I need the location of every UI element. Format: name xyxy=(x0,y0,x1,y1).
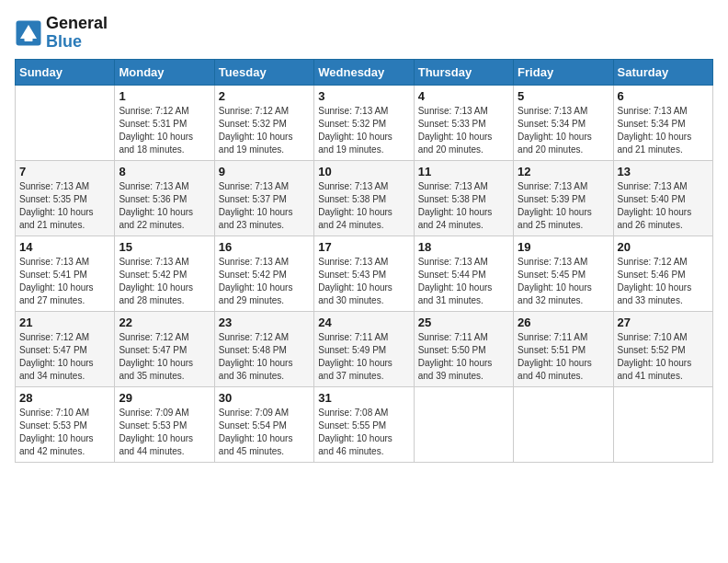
day-info: Sunrise: 7:13 AMSunset: 5:42 PMDaylight:… xyxy=(119,256,210,307)
day-number: 21 xyxy=(19,316,110,329)
calendar-cell: 16Sunrise: 7:13 AMSunset: 5:42 PMDayligh… xyxy=(214,236,313,311)
calendar-cell: 26Sunrise: 7:11 AMSunset: 5:51 PMDayligh… xyxy=(514,311,613,386)
calendar-cell: 14Sunrise: 7:13 AMSunset: 5:41 PMDayligh… xyxy=(16,236,115,311)
day-info: Sunrise: 7:12 AMSunset: 5:31 PMDaylight:… xyxy=(119,105,210,156)
day-number: 13 xyxy=(618,165,709,178)
day-number: 24 xyxy=(318,316,409,329)
calendar-week-row: 7Sunrise: 7:13 AMSunset: 5:35 PMDaylight… xyxy=(16,160,713,236)
day-info: Sunrise: 7:13 AMSunset: 5:43 PMDaylight:… xyxy=(318,256,409,307)
day-info: Sunrise: 7:13 AMSunset: 5:39 PMDaylight:… xyxy=(518,180,609,232)
calendar-cell: 18Sunrise: 7:13 AMSunset: 5:44 PMDayligh… xyxy=(414,236,513,311)
logo-icon xyxy=(15,19,42,47)
day-number: 14 xyxy=(19,240,110,254)
day-info: Sunrise: 7:13 AMSunset: 5:40 PMDaylight:… xyxy=(618,180,709,232)
calendar-body: 1Sunrise: 7:12 AMSunset: 5:31 PMDaylight… xyxy=(16,85,713,462)
day-info: Sunrise: 7:13 AMSunset: 5:38 PMDaylight:… xyxy=(318,180,409,232)
calendar-cell: 15Sunrise: 7:13 AMSunset: 5:42 PMDayligh… xyxy=(115,236,214,311)
calendar-cell xyxy=(16,85,115,160)
day-number: 22 xyxy=(119,316,210,329)
calendar-cell: 24Sunrise: 7:11 AMSunset: 5:49 PMDayligh… xyxy=(314,311,414,386)
calendar-cell: 20Sunrise: 7:12 AMSunset: 5:46 PMDayligh… xyxy=(613,236,712,311)
calendar-week-row: 21Sunrise: 7:12 AMSunset: 5:47 PMDayligh… xyxy=(16,311,713,386)
day-info: Sunrise: 7:11 AMSunset: 5:51 PMDaylight:… xyxy=(518,331,609,383)
day-info: Sunrise: 7:09 AMSunset: 5:54 PMDaylight:… xyxy=(219,407,310,458)
day-number: 7 xyxy=(19,165,110,178)
column-header-wednesday: Wednesday xyxy=(314,59,414,85)
day-info: Sunrise: 7:13 AMSunset: 5:42 PMDaylight:… xyxy=(219,256,310,307)
day-number: 31 xyxy=(318,391,409,405)
calendar-cell: 29Sunrise: 7:09 AMSunset: 5:53 PMDayligh… xyxy=(115,386,214,462)
day-number: 4 xyxy=(418,89,509,103)
calendar-cell: 28Sunrise: 7:10 AMSunset: 5:53 PMDayligh… xyxy=(16,386,115,462)
calendar-cell xyxy=(514,386,613,462)
calendar-cell: 31Sunrise: 7:08 AMSunset: 5:55 PMDayligh… xyxy=(314,386,414,462)
day-info: Sunrise: 7:08 AMSunset: 5:55 PMDaylight:… xyxy=(318,407,409,458)
calendar-cell: 7Sunrise: 7:13 AMSunset: 5:35 PMDaylight… xyxy=(16,160,115,236)
calendar-cell: 19Sunrise: 7:13 AMSunset: 5:45 PMDayligh… xyxy=(514,236,613,311)
calendar-header-row: SundayMondayTuesdayWednesdayThursdayFrid… xyxy=(16,59,713,85)
logo: GeneralBlue xyxy=(15,15,108,52)
calendar-cell: 12Sunrise: 7:13 AMSunset: 5:39 PMDayligh… xyxy=(514,160,613,236)
calendar-cell: 6Sunrise: 7:13 AMSunset: 5:34 PMDaylight… xyxy=(613,85,712,160)
day-number: 16 xyxy=(219,240,310,254)
calendar-cell: 2Sunrise: 7:12 AMSunset: 5:32 PMDaylight… xyxy=(214,85,313,160)
day-number: 19 xyxy=(518,240,609,254)
day-info: Sunrise: 7:13 AMSunset: 5:35 PMDaylight:… xyxy=(19,180,110,232)
day-number: 26 xyxy=(518,316,609,329)
day-number: 18 xyxy=(418,240,509,254)
day-number: 28 xyxy=(19,391,110,405)
calendar-cell: 25Sunrise: 7:11 AMSunset: 5:50 PMDayligh… xyxy=(414,311,513,386)
day-info: Sunrise: 7:12 AMSunset: 5:48 PMDaylight:… xyxy=(219,331,310,383)
day-number: 20 xyxy=(618,240,709,254)
calendar-cell: 4Sunrise: 7:13 AMSunset: 5:33 PMDaylight… xyxy=(414,85,513,160)
calendar-cell: 17Sunrise: 7:13 AMSunset: 5:43 PMDayligh… xyxy=(314,236,414,311)
day-info: Sunrise: 7:10 AMSunset: 5:52 PMDaylight:… xyxy=(618,331,709,383)
day-info: Sunrise: 7:13 AMSunset: 5:37 PMDaylight:… xyxy=(219,180,310,232)
calendar-cell: 11Sunrise: 7:13 AMSunset: 5:38 PMDayligh… xyxy=(414,160,513,236)
day-number: 29 xyxy=(119,391,210,405)
day-number: 5 xyxy=(518,89,609,103)
day-number: 10 xyxy=(318,165,409,178)
day-number: 15 xyxy=(119,240,210,254)
column-header-tuesday: Tuesday xyxy=(214,59,313,85)
day-number: 8 xyxy=(119,165,210,178)
day-number: 9 xyxy=(219,165,310,178)
calendar-cell: 27Sunrise: 7:10 AMSunset: 5:52 PMDayligh… xyxy=(613,311,712,386)
day-number: 27 xyxy=(618,316,709,329)
calendar-week-row: 28Sunrise: 7:10 AMSunset: 5:53 PMDayligh… xyxy=(16,386,713,462)
day-info: Sunrise: 7:12 AMSunset: 5:46 PMDaylight:… xyxy=(618,256,709,307)
day-number: 1 xyxy=(119,89,210,103)
calendar-cell: 8Sunrise: 7:13 AMSunset: 5:36 PMDaylight… xyxy=(115,160,214,236)
day-number: 2 xyxy=(219,89,310,103)
day-info: Sunrise: 7:13 AMSunset: 5:32 PMDaylight:… xyxy=(318,105,409,156)
day-info: Sunrise: 7:13 AMSunset: 5:34 PMDaylight:… xyxy=(618,105,709,156)
calendar-cell: 5Sunrise: 7:13 AMSunset: 5:34 PMDaylight… xyxy=(514,85,613,160)
column-header-friday: Friday xyxy=(514,59,613,85)
day-info: Sunrise: 7:12 AMSunset: 5:32 PMDaylight:… xyxy=(219,105,310,156)
day-info: Sunrise: 7:11 AMSunset: 5:50 PMDaylight:… xyxy=(418,331,509,383)
day-number: 6 xyxy=(618,89,709,103)
day-info: Sunrise: 7:13 AMSunset: 5:44 PMDaylight:… xyxy=(418,256,509,307)
day-info: Sunrise: 7:13 AMSunset: 5:38 PMDaylight:… xyxy=(418,180,509,232)
day-info: Sunrise: 7:13 AMSunset: 5:33 PMDaylight:… xyxy=(418,105,509,156)
day-info: Sunrise: 7:10 AMSunset: 5:53 PMDaylight:… xyxy=(19,407,110,458)
day-number: 23 xyxy=(219,316,310,329)
day-info: Sunrise: 7:11 AMSunset: 5:49 PMDaylight:… xyxy=(318,331,409,383)
day-info: Sunrise: 7:12 AMSunset: 5:47 PMDaylight:… xyxy=(119,331,210,383)
calendar-cell: 13Sunrise: 7:13 AMSunset: 5:40 PMDayligh… xyxy=(613,160,712,236)
calendar-cell: 3Sunrise: 7:13 AMSunset: 5:32 PMDaylight… xyxy=(314,85,414,160)
logo-text: GeneralBlue xyxy=(46,15,108,52)
calendar-cell: 30Sunrise: 7:09 AMSunset: 5:54 PMDayligh… xyxy=(214,386,313,462)
day-number: 25 xyxy=(418,316,509,329)
day-info: Sunrise: 7:13 AMSunset: 5:36 PMDaylight:… xyxy=(119,180,210,232)
day-info: Sunrise: 7:13 AMSunset: 5:41 PMDaylight:… xyxy=(19,256,110,307)
column-header-sunday: Sunday xyxy=(16,59,115,85)
calendar-cell: 21Sunrise: 7:12 AMSunset: 5:47 PMDayligh… xyxy=(16,311,115,386)
day-number: 17 xyxy=(318,240,409,254)
day-info: Sunrise: 7:09 AMSunset: 5:53 PMDaylight:… xyxy=(119,407,210,458)
calendar-week-row: 14Sunrise: 7:13 AMSunset: 5:41 PMDayligh… xyxy=(16,236,713,311)
page-header: GeneralBlue xyxy=(15,15,713,52)
calendar-cell xyxy=(414,386,513,462)
day-info: Sunrise: 7:13 AMSunset: 5:45 PMDaylight:… xyxy=(518,256,609,307)
calendar-cell: 10Sunrise: 7:13 AMSunset: 5:38 PMDayligh… xyxy=(314,160,414,236)
